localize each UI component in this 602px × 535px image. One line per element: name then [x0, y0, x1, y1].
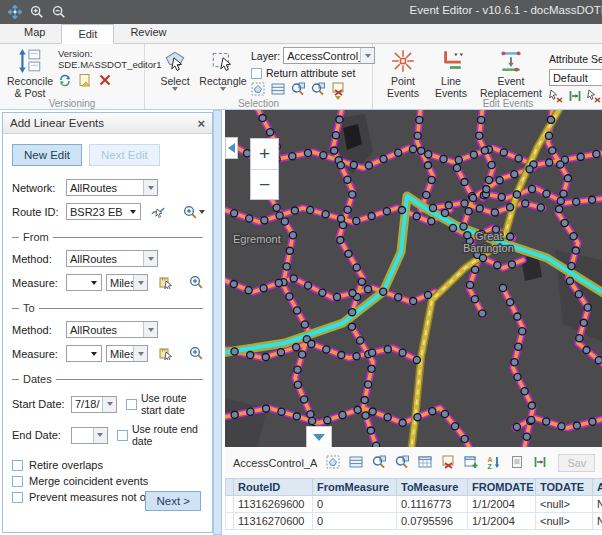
- end-date-label: End Date:: [12, 429, 67, 441]
- table-cell[interactable]: 1/1/2004: [468, 513, 536, 530]
- table-cell[interactable]: <null>: [536, 496, 593, 513]
- col-fromdate[interactable]: FROMDATE: [468, 479, 536, 496]
- table-cell[interactable]: 11316269600: [234, 496, 313, 513]
- table-cell[interactable]: 0: [313, 513, 397, 530]
- to-measure-zoom-icon[interactable]: [189, 346, 203, 362]
- from-measure-pick-icon[interactable]: [159, 275, 173, 291]
- start-date-combo[interactable]: 7/18/: [71, 396, 117, 413]
- table-grid-icon[interactable]: [418, 455, 432, 471]
- table-sort-icon[interactable]: [487, 455, 501, 471]
- svg-text:Egremont: Egremont: [233, 233, 281, 245]
- return-attribute-set-checkbox[interactable]: [251, 68, 262, 79]
- select-route-on-map-icon[interactable]: [151, 204, 165, 220]
- table-cell[interactable]: 11316270600: [234, 513, 313, 530]
- table-layer-name: AccessControl_A: [233, 457, 317, 469]
- layer-combo[interactable]: AccessControl_A: [283, 47, 375, 64]
- col-frommeasure[interactable]: FromMeasure: [313, 479, 397, 496]
- row-selector[interactable]: [226, 496, 234, 513]
- table-cell[interactable]: 0: [313, 496, 397, 513]
- next-button[interactable]: Next >: [145, 491, 201, 511]
- table-options-icon[interactable]: [510, 455, 524, 471]
- tab-review[interactable]: Review: [114, 23, 182, 43]
- add-linear-events-panel: Add Linear Events × New Edit Next Edit N…: [2, 112, 213, 533]
- table-select-shape-icon[interactable]: [326, 455, 340, 471]
- new-edit-button[interactable]: New Edit: [12, 144, 82, 166]
- col-todate[interactable]: TODATE: [536, 479, 593, 496]
- delete-version-icon[interactable]: [98, 73, 112, 89]
- map-zoom-control: + −: [250, 138, 279, 200]
- save-button[interactable]: Sav: [558, 454, 595, 472]
- to-measure-combo[interactable]: [66, 345, 102, 362]
- from-measure-label: Measure:: [12, 277, 62, 289]
- table-cell[interactable]: <null>: [536, 513, 593, 530]
- collapse-table-button[interactable]: [306, 426, 332, 447]
- zoom-in-icon[interactable]: [28, 4, 45, 21]
- table-add-record-icon[interactable]: [464, 455, 478, 471]
- select-dropdown-caret[interactable]: [172, 87, 178, 91]
- panel-splitter[interactable]: [213, 110, 222, 535]
- table-cell[interactable]: 0.0795596: [397, 513, 468, 530]
- select-tool-button[interactable]: Select: [153, 46, 197, 93]
- from-measure-unit-combo[interactable]: Miles: [106, 274, 148, 291]
- svg-text:Barrington: Barrington: [463, 242, 514, 254]
- use-route-end-checkbox[interactable]: [117, 430, 128, 441]
- next-edit-button[interactable]: Next Edit: [89, 144, 160, 166]
- table-show-selected-icon[interactable]: [349, 455, 363, 471]
- to-method-combo[interactable]: AllRoutes: [66, 321, 158, 338]
- table-clear-selection-icon[interactable]: [441, 455, 455, 471]
- table-pan-selection-icon[interactable]: [395, 455, 409, 471]
- map-svg: EgremontGreatBarrington: [225, 110, 602, 447]
- sync-version-icon[interactable]: [58, 73, 72, 89]
- retire-overlaps-checkbox[interactable]: [12, 460, 23, 471]
- return-attribute-set-label: Return attribute set: [266, 67, 355, 79]
- table-offset-icon[interactable]: [533, 455, 547, 471]
- to-measure-unit-combo[interactable]: Miles: [106, 345, 148, 362]
- zoom-out-icon[interactable]: [50, 4, 67, 21]
- table-cell[interactable]: 1/1/2004: [468, 496, 536, 513]
- reconcile-post-button[interactable]: Reconcile& Post: [8, 46, 52, 101]
- route-id-combo[interactable]: BSR23 EB: [66, 203, 141, 220]
- col-tomeasure[interactable]: ToMeasure: [397, 479, 468, 496]
- table-row[interactable]: 11316269600 0 0.1116773 1/1/2004 <null> …: [226, 496, 602, 513]
- use-route-start-checkbox[interactable]: [126, 399, 137, 410]
- tab-map[interactable]: Map: [8, 23, 61, 43]
- map-zoom-out-button[interactable]: −: [251, 169, 278, 199]
- col-routeid[interactable]: RouteID: [234, 479, 313, 496]
- tab-edit[interactable]: Edit: [61, 24, 114, 44]
- col-ac[interactable]: AC: [593, 479, 602, 496]
- end-date-combo[interactable]: [71, 427, 108, 444]
- to-measure-label: Measure:: [12, 348, 62, 360]
- collapse-panel-left-button[interactable]: [225, 137, 238, 159]
- map-zoom-in-button[interactable]: +: [251, 139, 278, 169]
- network-combo[interactable]: AllRoutes: [66, 179, 158, 196]
- merge-coincident-checkbox[interactable]: [12, 476, 23, 487]
- row-selector[interactable]: [226, 513, 234, 530]
- point-events-button[interactable]: PointEvents: [381, 46, 425, 101]
- to-measure-pick-icon[interactable]: [159, 346, 173, 362]
- zoom-to-route-icon[interactable]: [183, 205, 205, 219]
- close-icon[interactable]: ×: [197, 117, 205, 130]
- attribute-set-label: Attribute Set:: [549, 53, 602, 65]
- group-label-selection: Selection: [145, 98, 372, 109]
- from-method-combo[interactable]: AllRoutes: [66, 250, 158, 267]
- table-cell[interactable]: N: [593, 496, 602, 513]
- line-events-button[interactable]: LineEvents: [429, 46, 473, 101]
- new-version-icon[interactable]: [78, 73, 92, 89]
- map-canvas[interactable]: EgremontGreatBarrington + −: [225, 110, 602, 447]
- table-zoom-selection-icon[interactable]: [372, 455, 386, 471]
- table-row[interactable]: 11316270600 0 0.0795596 1/1/2004 <null> …: [226, 513, 602, 530]
- table-cell[interactable]: N: [593, 513, 602, 530]
- rectangle-tool-button[interactable]: Rectangle: [201, 46, 245, 93]
- app-title: Event Editor - v10.6.1 - docMassDOTR: [410, 4, 602, 16]
- from-measure-combo[interactable]: [66, 274, 102, 291]
- table-cell[interactable]: 0.1116773: [397, 496, 468, 513]
- prevent-measures-checkbox[interactable]: [12, 492, 23, 503]
- ribbon-tab-strip: Map Edit Review: [0, 24, 602, 44]
- table-toolbar: AccessControl_A Sav: [225, 447, 602, 478]
- from-method-label: Method:: [12, 253, 62, 265]
- rectangle-dropdown-caret[interactable]: [220, 87, 226, 91]
- attribute-set-combo[interactable]: Default: [549, 69, 602, 86]
- event-replacement-button[interactable]: EventReplacement: [477, 46, 545, 101]
- from-measure-zoom-icon[interactable]: [189, 275, 203, 291]
- pan-icon[interactable]: [6, 4, 23, 21]
